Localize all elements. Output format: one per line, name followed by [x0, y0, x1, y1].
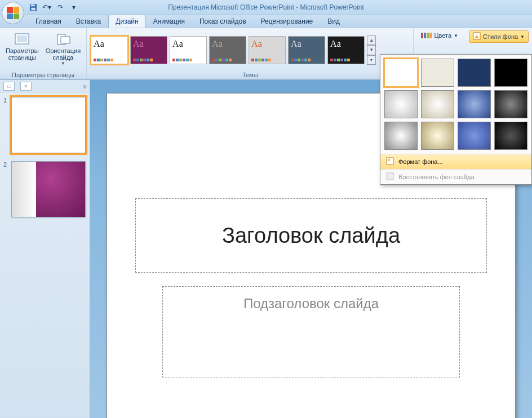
theme-swatches: [330, 59, 362, 61]
bg-style-cell[interactable]: [494, 90, 527, 118]
office-button[interactable]: [2, 2, 24, 24]
svg-rect-8: [387, 158, 393, 164]
thumb-row: 2: [3, 161, 86, 217]
reset-bg-label: Восстановить фон слайда: [398, 174, 475, 180]
chevron-down-icon: ▼: [61, 61, 65, 66]
theme-sample-text: Aa: [291, 39, 322, 49]
tab-design[interactable]: Дизайн: [108, 15, 145, 28]
page-setup-icon: [13, 32, 31, 47]
theme-gallery-spinner: ▲ ▼ ▾: [367, 35, 376, 65]
colors-button[interactable]: Цвета ▼: [417, 30, 462, 41]
title-placeholder-text: Заголовок слайда: [222, 224, 400, 248]
subtitle-placeholder[interactable]: Подзаголовок слайда: [162, 286, 460, 377]
theme-swatches: [94, 59, 125, 61]
bg-style-cell[interactable]: [421, 90, 454, 118]
title-bar: ↶ ▾ ↷ ▾ Презентация Microsoft Office Pow…: [0, 0, 532, 15]
theme-sample-text: Aa: [212, 39, 243, 49]
gallery-up-icon[interactable]: ▲: [367, 35, 376, 45]
background-styles-gallery: Формат фона... Восстановить фон слайда: [380, 54, 532, 185]
tab-insert[interactable]: Вставка: [69, 15, 109, 28]
ribbon-group-page-setup: Параметры страницы Ориентация слайда ▼ П…: [0, 28, 87, 79]
theme-swatches: [251, 59, 283, 61]
bg-style-cell[interactable]: [384, 59, 418, 87]
bg-gallery-grid: [380, 55, 531, 154]
reset-background-menuitem: Восстановить фон слайда: [380, 169, 531, 184]
bg-style-cell[interactable]: [494, 122, 527, 150]
save-icon[interactable]: [28, 2, 38, 12]
theme-thumbnail[interactable]: Aa: [130, 36, 167, 64]
page-setup-button[interactable]: Параметры страницы: [3, 30, 42, 63]
reset-bg-icon: [386, 172, 394, 181]
theme-sample-text: Aa: [133, 39, 165, 49]
bg-style-cell[interactable]: [384, 90, 418, 118]
theme-thumbnail[interactable]: Aa: [249, 36, 286, 64]
svg-point-9: [388, 159, 390, 161]
theme-thumbnail[interactable]: Aa: [91, 36, 128, 64]
svg-rect-10: [387, 173, 393, 180]
redo-icon[interactable]: ↷: [55, 2, 65, 12]
orientation-icon: [54, 32, 72, 47]
panel-tab-outline-icon[interactable]: ≡: [20, 82, 32, 91]
theme-swatches: [212, 59, 243, 61]
thumb-number: 1: [3, 97, 9, 153]
tab-review[interactable]: Рецензирование: [254, 15, 321, 28]
theme-gallery: AaAaAaAaAaAaAa: [90, 34, 366, 66]
theme-sample-text: Aa: [251, 39, 283, 49]
svg-rect-4: [17, 35, 27, 42]
group-label-page: Параметры страницы: [3, 70, 83, 79]
panel-tabs: ▭ ≡ x: [0, 80, 90, 92]
theme-thumbnail[interactable]: Aa: [209, 36, 246, 64]
title-placeholder[interactable]: Заголовок слайда: [135, 198, 487, 273]
svg-rect-1: [31, 5, 35, 7]
bg-style-cell[interactable]: [494, 59, 527, 87]
theme-sample-text: Aa: [330, 39, 362, 49]
chevron-down-icon: ▼: [454, 33, 458, 38]
bg-style-cell[interactable]: [421, 122, 454, 150]
quick-access-toolbar: ↶ ▾ ↷ ▾: [28, 2, 79, 12]
theme-thumbnail[interactable]: Aa: [288, 36, 325, 64]
bg-style-cell[interactable]: [421, 59, 454, 87]
theme-thumbnail[interactable]: Aa: [327, 36, 365, 64]
panel-close-icon[interactable]: x: [83, 83, 87, 90]
slide-thumbnail-1[interactable]: [11, 97, 86, 153]
slide-thumbnail-2[interactable]: [11, 161, 86, 217]
background-styles-button[interactable]: Стили фона ▼: [469, 30, 529, 43]
thumb-row: 1: [3, 97, 86, 153]
tab-slideshow[interactable]: Показ слайдов: [192, 15, 254, 28]
ribbon: Параметры страницы Ориентация слайда ▼ П…: [0, 28, 532, 80]
panel-tab-slides-icon[interactable]: ▭: [3, 82, 15, 91]
bg-style-cell[interactable]: [458, 122, 491, 150]
theme-thumbnail[interactable]: Aa: [170, 36, 207, 64]
bg-style-cell[interactable]: [458, 59, 491, 87]
bg-styles-label: Стили фона: [483, 33, 518, 40]
tab-animation[interactable]: Анимация: [146, 15, 192, 28]
group-label-themes: Темы: [90, 70, 410, 79]
format-background-menuitem[interactable]: Формат фона...: [380, 154, 531, 169]
theme-swatches: [172, 59, 204, 61]
slide-thumbnails: 1 2: [0, 92, 90, 418]
theme-sample-text: Aa: [172, 39, 204, 49]
chevron-down-icon: ▼: [520, 34, 525, 39]
qat-customize-icon[interactable]: ▾: [69, 2, 79, 12]
theme-sample-text: Aa: [94, 39, 125, 49]
tab-home[interactable]: Главная: [28, 15, 69, 28]
bg-style-cell[interactable]: [384, 122, 418, 150]
tab-view[interactable]: Вид: [320, 15, 347, 28]
gallery-more-icon[interactable]: ▾: [367, 55, 376, 65]
orientation-label: Ориентация слайда: [46, 47, 81, 61]
svg-rect-2: [32, 8, 36, 10]
slide-orientation-button[interactable]: Ориентация слайда ▼: [43, 30, 83, 68]
subtitle-placeholder-text: Подзаголовок слайда: [243, 296, 379, 312]
format-bg-icon: [386, 157, 394, 166]
slide-panel: ▭ ≡ x 1 2: [0, 80, 90, 418]
bg-style-cell[interactable]: [458, 90, 491, 118]
undo-icon[interactable]: ↶ ▾: [42, 2, 52, 12]
window-title: Презентация Microsoft Office PowerPoint …: [168, 3, 364, 11]
svg-rect-6: [61, 37, 70, 43]
ribbon-tabs: Главная Вставка Дизайн Анимация Показ сл…: [0, 15, 532, 28]
page-setup-label: Параметры страницы: [6, 47, 39, 61]
ribbon-group-themes: AaAaAaAaAaAaAa ▲ ▼ ▾ Темы: [87, 28, 414, 79]
format-bg-label: Формат фона...: [398, 158, 443, 165]
colors-label: Цвета: [434, 32, 451, 39]
gallery-down-icon[interactable]: ▼: [367, 45, 376, 55]
